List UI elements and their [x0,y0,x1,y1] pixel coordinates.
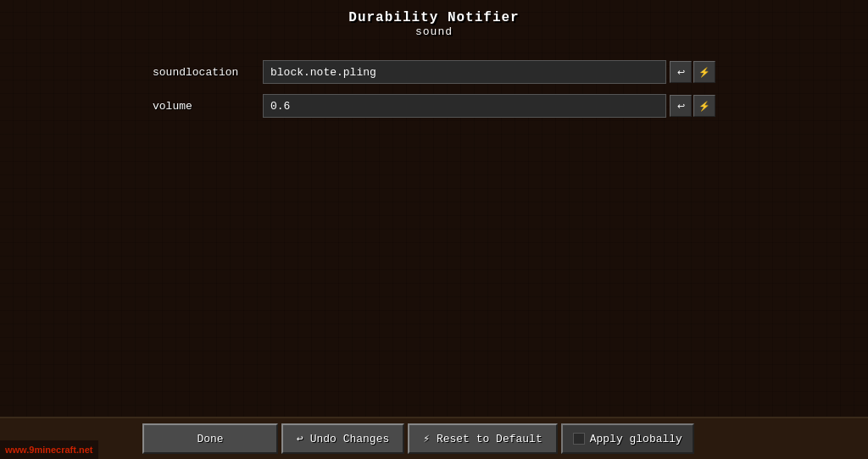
volume-reset-button[interactable]: ⚡ [693,95,715,117]
soundlocation-label: soundlocation [153,66,263,79]
header: Durability Notifier sound [0,0,868,43]
soundlocation-reset-button[interactable]: ⚡ [693,61,715,83]
volume-buttons: ↩ ⚡ [670,95,715,117]
reset-to-default-button[interactable]: ⚡ Reset to Default [408,423,557,454]
done-button[interactable]: Done [142,423,278,454]
apply-globally-container[interactable]: Apply globally [561,423,694,454]
apply-globally-checkbox[interactable] [573,433,585,445]
soundlocation-input[interactable] [263,60,666,84]
volume-row: volume ↩ ⚡ [153,94,715,118]
apply-globally-label: Apply globally [590,433,682,445]
soundlocation-buttons: ↩ ⚡ [670,61,715,83]
soundlocation-row: soundlocation ↩ ⚡ [153,60,715,84]
footer: www.9minecraft.net Done ↩ Undo Changes ⚡… [0,417,868,459]
undo-changes-button[interactable]: ↩ Undo Changes [281,423,404,454]
volume-input[interactable] [263,94,666,118]
watermark-text: www.9minecraft.net [5,445,93,455]
volume-undo-button[interactable]: ↩ [670,95,692,117]
page-title: Durability Notifier [0,10,868,25]
volume-label: volume [153,100,263,113]
soundlocation-undo-button[interactable]: ↩ [670,61,692,83]
watermark: www.9minecraft.net [0,440,98,459]
main-content: soundlocation ↩ ⚡ volume ↩ ⚡ [0,43,868,417]
page-subtitle: sound [0,25,868,38]
